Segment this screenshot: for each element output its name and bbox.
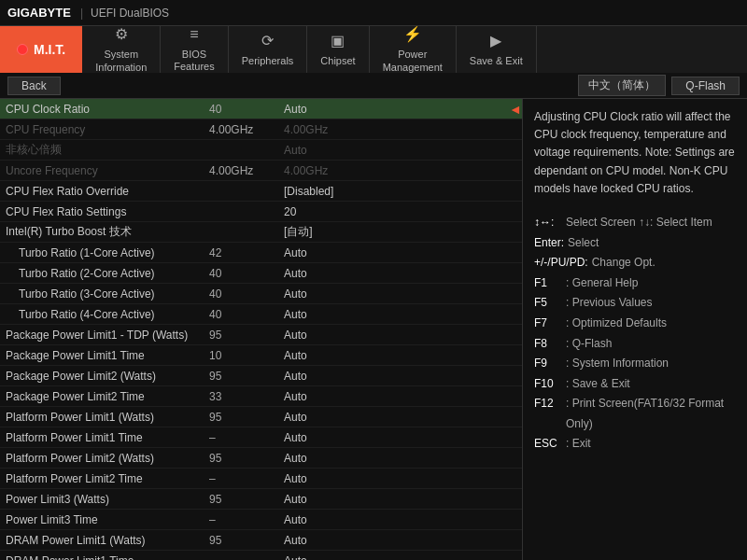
setting-name: Power Limit3 (Watts) [0,493,205,506]
setting-option-value: Auto [280,493,509,506]
tab-system-info[interactable]: ⚙ SystemInformation [82,26,161,73]
tab-peripherals-label: Peripherals [242,55,294,67]
setting-option-value: Auto [280,452,509,465]
setting-option-value: Auto [280,267,509,280]
table-row[interactable]: Intel(R) Turbo Boost 技术[自动] [0,222,522,243]
key-binding: F8: Q-Flash [534,334,736,355]
key-name: F10 [534,374,562,395]
nav-tabs: M.I.T. ⚙ SystemInformation ≡ BIOSFeature… [0,26,747,73]
table-row[interactable]: Turbo Ratio (2-Core Active)40Auto [0,263,522,284]
setting-name: Turbo Ratio (3-Core Active) [0,287,205,301]
setting-current-value: 4.00GHz [205,164,280,177]
setting-option-value: Auto [280,411,509,424]
language-select[interactable]: 中文（简体） [578,75,666,96]
setting-current-value: 42 [205,246,280,259]
setting-name: Package Power Limit1 - TDP (Watts) [0,329,205,342]
separator: | [80,7,83,20]
qflash-button[interactable]: Q-Flash [671,77,740,95]
tab-power-mgmt[interactable]: ⚡ PowerManagement [370,26,457,73]
setting-current-value: 33 [205,390,280,403]
setting-option-value: Auto [280,349,509,362]
power-icon: ⚡ [403,25,422,43]
table-row[interactable]: 非核心倍频Auto [0,140,522,161]
table-row[interactable]: Package Power Limit1 - TDP (Watts)95Auto [0,325,522,345]
back-button[interactable]: Back [7,77,61,95]
tab-bios-features[interactable]: ≡ BIOSFeatures [161,26,228,73]
setting-option-value: Auto [280,287,509,301]
setting-name: 非核心倍频 [0,142,205,158]
key-binding: +/-/PU/PD:Change Opt. [534,253,736,273]
setting-name: Package Power Limit2 Time [0,390,205,403]
table-row[interactable]: Package Power Limit2 (Watts)95Auto [0,366,522,386]
table-row[interactable]: Turbo Ratio (4-Core Active)40Auto [0,304,522,325]
setting-name: Intel(R) Turbo Boost 技术 [0,224,205,240]
key-name: Enter: [534,233,564,254]
tab-save-exit[interactable]: ▶ Save & Exit [457,26,537,73]
table-row[interactable]: CPU Frequency4.00GHz4.00GHz [0,119,522,140]
setting-option-value: Auto [280,246,509,259]
key-binding: Enter:Select [534,233,736,254]
table-row[interactable]: CPU Clock Ratio40Auto◄ [0,99,522,119]
table-row[interactable]: DRAM Power Limit1 (Watts)95Auto [0,530,522,551]
setting-name: Platform Power Limit2 (Watts) [0,452,205,465]
table-row[interactable]: CPU Flex Ratio Settings20 [0,202,522,222]
table-row[interactable]: Turbo Ratio (1-Core Active)42Auto [0,243,522,263]
key-binding: F7: Optimized Defaults [534,314,736,334]
setting-current-value: 40 [205,308,280,321]
key-name: F7 [534,314,562,334]
setting-name: CPU Flex Ratio Settings [0,205,205,218]
setting-name: DRAM Power Limit1 Time [0,554,205,561]
peripherals-icon: ⟳ [261,32,274,49]
table-row[interactable]: Package Power Limit1 Time10Auto [0,345,522,366]
setting-option-value: 4.00GHz [280,123,509,136]
setting-current-value: 40 [205,103,280,116]
setting-current-value: – [205,513,280,526]
setting-current-value: – [205,431,280,444]
setting-option-value: Auto [280,431,509,444]
setting-name: Turbo Ratio (2-Core Active) [0,267,205,280]
tab-peripherals[interactable]: ⟳ Peripherals [229,26,308,73]
setting-name: Turbo Ratio (1-Core Active) [0,246,205,259]
table-row[interactable]: Power Limit3 (Watts)95Auto [0,489,522,510]
setting-current-value: – [205,554,280,561]
bios-features-icon: ≡ [190,26,198,43]
setting-name: Turbo Ratio (4-Core Active) [0,308,205,321]
mit-dot [17,44,28,55]
table-row[interactable]: CPU Flex Ratio Override[Disabled] [0,181,522,202]
key-name: F1 [534,273,562,294]
setting-current-value: 95 [205,411,280,424]
table-row[interactable]: Power Limit3 Time–Auto [0,510,522,530]
key-name: F8 [534,334,562,355]
setting-name: Platform Power Limit1 Time [0,431,205,444]
setting-current-value: – [205,472,280,485]
table-row[interactable]: Package Power Limit2 Time33Auto [0,386,522,407]
key-description: : Exit [566,434,591,455]
setting-name: Uncore Frequency [0,164,205,177]
setting-current-value: 95 [205,534,280,547]
key-description: : Save & Exit [566,374,630,395]
setting-option-value: Auto [280,144,509,157]
table-row[interactable]: DRAM Power Limit1 Time–Auto [0,551,522,560]
setting-name: CPU Flex Ratio Override [0,185,205,198]
table-row[interactable]: Platform Power Limit1 Time–Auto [0,427,522,448]
tab-chipset[interactable]: ▣ Chipset [307,26,369,73]
setting-current-value: 95 [205,452,280,465]
key-description: : Previous Values [566,293,653,314]
help-description: Adjusting CPU Clock ratio will affect th… [534,108,736,198]
key-description: : General Help [566,273,638,294]
setting-current-value: 10 [205,349,280,362]
table-row[interactable]: Platform Power Limit2 (Watts)95Auto [0,448,522,469]
table-row[interactable]: Platform Power Limit1 (Watts)95Auto [0,407,522,427]
table-row[interactable]: Uncore Frequency4.00GHz4.00GHz [0,161,522,181]
bios-label: UEFI DualBIOS [91,7,169,20]
key-name: F12 [534,394,562,434]
table-row[interactable]: Platform Power Limit2 Time–Auto [0,469,522,489]
brand-logo: GIGABYTE [7,6,71,20]
tab-mit[interactable]: M.I.T. [0,26,82,73]
setting-option-value: 4.00GHz [280,164,509,177]
setting-option-value: [Disabled] [280,185,509,198]
setting-option-value: Auto [280,472,509,485]
setting-name: Platform Power Limit1 (Watts) [0,411,205,424]
setting-name: CPU Frequency [0,123,205,136]
table-row[interactable]: Turbo Ratio (3-Core Active)40Auto [0,284,522,304]
